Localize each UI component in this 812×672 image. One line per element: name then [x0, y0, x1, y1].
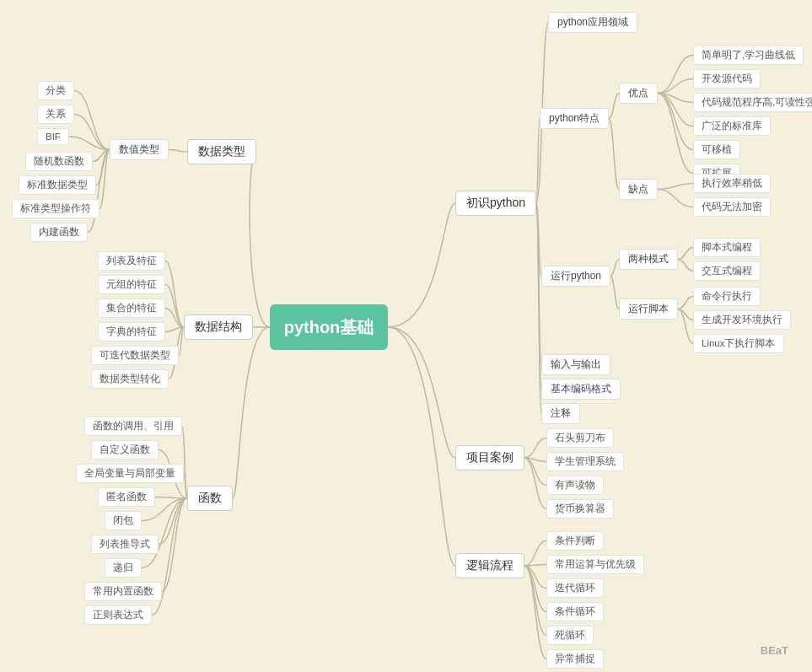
node-encoding: 基本编码格式 [541, 379, 621, 400]
leaf-linux-run: Linux下执行脚本 [693, 334, 784, 353]
node-chushi-python: 初识python [455, 191, 536, 216]
node-run-python: 运行python [541, 266, 610, 287]
leaf-std-ops: 标准类型操作符 [12, 199, 99, 218]
node-youdiian: 优点 [619, 83, 658, 104]
leaf-voice: 有声读物 [546, 476, 604, 495]
leaf-custom-func: 自定义函数 [91, 440, 159, 460]
leaf-condition: 条件判断 [546, 531, 604, 551]
leaf-global-local: 全局变量与局部变量 [76, 464, 184, 483]
leaf-interactive-mode: 交互式编程 [693, 261, 761, 281]
leaf-type-convert: 数据类型转化 [91, 369, 169, 389]
leaf-exception: 异常捕捉 [546, 649, 604, 669]
leaf-portable: 可移植 [693, 140, 740, 159]
leaf-list-feat: 列表及特征 [98, 251, 165, 271]
leaf-list-comp: 列表推导式 [91, 535, 159, 554]
leaf-dict-feat: 字典的特征 [98, 322, 165, 341]
leaf-std-type: 标准数据类型 [19, 175, 96, 195]
leaf-operators: 常用运算与优先级 [546, 555, 644, 574]
leaf-regex: 正则表达式 [84, 605, 152, 625]
leaf-noencrypt: 代码无法加密 [693, 197, 771, 217]
node-python-features: python特点 [540, 108, 609, 129]
leaf-rps: 石头剪刀布 [546, 428, 614, 448]
node-quedian: 缺点 [619, 179, 658, 200]
leaf-func-call: 函数的调用、引用 [84, 417, 182, 436]
leaf-readable: 代码规范程序高,可读性强 [693, 93, 812, 112]
leaf-iterable-types: 可迭代数据类型 [91, 346, 179, 365]
leaf-ide-run: 生成开发环境执行 [693, 310, 791, 330]
leaf-lambda: 匿名函数 [98, 487, 155, 507]
leaf-random-func: 随机数函数 [25, 152, 93, 171]
leaf-recursion: 递归 [105, 558, 142, 578]
leaf-relation: 关系 [37, 105, 74, 124]
node-projects: 项目案例 [455, 445, 524, 470]
leaf-builtin-funcs: 常用内置函数 [84, 582, 162, 601]
node-two-modes: 两种模式 [619, 249, 678, 270]
leaf-stdlib: 广泛的标准库 [693, 116, 771, 136]
leaf-classify: 分类 [37, 81, 74, 100]
leaf-student: 学生管理系统 [546, 452, 624, 471]
leaf-set-feat: 集合的特征 [98, 298, 165, 318]
watermark: BEaT [761, 644, 788, 657]
node-numeric-type: 数值类型 [110, 139, 169, 160]
leaf-script-mode: 脚本式编程 [693, 238, 761, 257]
leaf-bif: BIF [37, 128, 69, 145]
node-comments: 注释 [541, 403, 580, 424]
node-run-script: 运行脚本 [619, 298, 678, 320]
center-node: python基础 [270, 304, 388, 350]
leaf-slow: 执行效率稍低 [693, 174, 771, 193]
leaf-simple: 简单明了,学习曲线低 [693, 46, 804, 65]
node-logic: 逻辑流程 [455, 553, 524, 578]
leaf-cond-loop: 条件循环 [546, 602, 604, 621]
leaf-iter-loop: 迭代循环 [546, 578, 604, 598]
leaf-closure: 闭包 [105, 511, 142, 530]
node-functions: 函数 [187, 486, 233, 511]
leaf-cmdline: 命令行执行 [693, 287, 761, 306]
leaf-opensource: 开发源代码 [693, 69, 761, 89]
node-python-app: python应用领域 [548, 12, 637, 33]
leaf-builtin-func: 内建函数 [30, 223, 88, 242]
leaf-tuple-feat: 元组的特征 [98, 275, 165, 294]
node-data-struct: 数据结构 [184, 314, 253, 340]
leaf-infinite-loop: 死循环 [546, 626, 594, 645]
leaf-currency: 货币换算器 [546, 499, 614, 519]
node-data-type: 数据类型 [187, 139, 256, 164]
node-io: 输入与输出 [541, 354, 610, 375]
